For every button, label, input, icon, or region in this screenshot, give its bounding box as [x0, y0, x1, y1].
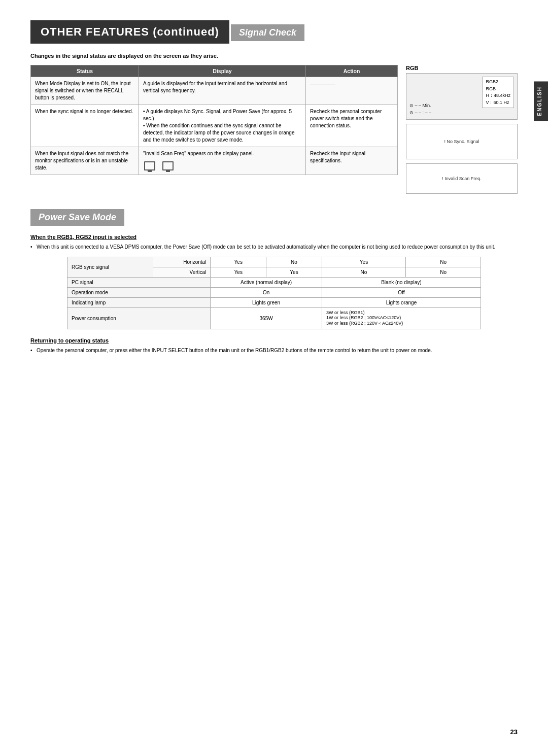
row2-action: Recheck the personal computer power swit… — [306, 105, 398, 147]
row2-status: When the sync signal is no longer detect… — [31, 105, 139, 147]
row3-status: When the input signal does not match the… — [31, 147, 139, 175]
power-save-heading: Power Save Mode — [30, 209, 124, 226]
pc-signal-label: PC signal — [67, 278, 211, 288]
table-row: When the sync signal is no longer detect… — [31, 105, 398, 147]
table-row: Indicating lamp Lights green Lights oran… — [67, 298, 481, 308]
rgb-input-heading: When the RGB1, RGB2 input is selected — [30, 234, 518, 240]
h-col2: No — [266, 257, 322, 267]
table-row: When the input signal does not match the… — [31, 147, 398, 175]
rgb-box-2: ! No Sync. Signal — [406, 124, 518, 159]
power-consumption-label: Power consumption — [67, 308, 211, 329]
vertical-label: Vertical — [153, 267, 211, 278]
power-save-intro: When this unit is connected to a VESA DP… — [30, 243, 518, 251]
indicating-lamp-label: Indicating lamp — [67, 298, 211, 308]
returning-text: Operate the personal computer, or press … — [30, 347, 518, 354]
operation-mode-label: Operation mode — [67, 288, 211, 298]
pc-blank: Blank (no display) — [322, 278, 481, 288]
table-row: PC signal Active (normal display) Blank … — [67, 278, 481, 288]
table-row: RGB sync signal Horizontal Yes No Yes No — [67, 257, 481, 267]
ps-table-wrap: RGB sync signal Horizontal Yes No Yes No… — [30, 257, 518, 329]
rgb-inner-box: RGB2 RGB H：48.4kHz V：60.1 Hz — [482, 77, 514, 108]
signal-table: Status Display Action When Mode Display … — [30, 65, 398, 175]
signal-check-intro: Changes in the signal status are display… — [30, 53, 518, 59]
v-col3: No — [322, 267, 405, 278]
signal-check-heading: Signal Check — [231, 24, 304, 41]
row3-display-text: "Invalid Scan Freq" appears on the displ… — [143, 151, 254, 156]
col-header-display: Display — [139, 65, 305, 77]
v-col2: Yes — [266, 267, 322, 278]
col-header-status: Status — [31, 65, 139, 77]
row2-display: • A guide displays No Sync. Signal, and … — [139, 105, 305, 147]
rgb-boxes: RGB RGB2 RGB H：48.4kHz V：60.1 Hz ⊙ – – M… — [406, 65, 518, 194]
lamp-green: Lights green — [211, 298, 322, 308]
rgb-box-1: RGB2 RGB H：48.4kHz V：60.1 Hz ⊙ – – Min. … — [406, 73, 518, 120]
v-col4: No — [406, 267, 481, 278]
invalid-scan-text: ! Invalid Scan Freq. — [442, 176, 482, 181]
h-col4: No — [406, 257, 481, 267]
page: ENGLISH OTHER FEATURES (continued) Signa… — [0, 0, 548, 756]
power-365w: 365W — [211, 308, 322, 329]
dash-line — [310, 85, 335, 85]
table-row: Power consumption 365W 3W or less (RGB1)… — [67, 308, 481, 329]
horizontal-label: Horizontal — [153, 257, 211, 267]
monitor-icon-1 — [144, 161, 155, 170]
power-save-section: Power Save Mode When the RGB1, RGB2 inpu… — [30, 209, 518, 354]
row3-action: Recheck the input signal specifications. — [306, 147, 398, 175]
col-header-action: Action — [306, 65, 398, 77]
row3-display: "Invalid Scan Freq" appears on the displ… — [139, 147, 305, 175]
op-on: On — [211, 288, 322, 298]
op-off: Off — [322, 288, 481, 298]
rgb-box-top: RGB2 RGB H：48.4kHz V：60.1 Hz ⊙ – – Min. … — [406, 74, 517, 119]
side-tab: ENGLISH — [534, 81, 548, 121]
table-row: Operation mode On Off — [67, 288, 481, 298]
power-details: 3W or less (RGB1) 1W or less (RGB2 ; 100… — [322, 308, 481, 329]
rgb-label: RGB — [406, 65, 518, 71]
returning-section: Returning to operating status Operate th… — [30, 337, 518, 354]
signal-check-area: Status Display Action When Mode Display … — [30, 65, 518, 194]
h-col1: Yes — [211, 257, 266, 267]
no-sync-text: ! No Sync. Signal — [444, 139, 479, 144]
lamp-orange: Lights orange — [322, 298, 481, 308]
row1-action — [306, 77, 398, 105]
h-col3: Yes — [322, 257, 405, 267]
rgb-sync-label: RGB sync signal — [67, 257, 153, 278]
rgb-indicators: ⊙ – – Min. ⊙ – – : – – — [409, 102, 431, 116]
returning-heading: Returning to operating status — [30, 337, 518, 343]
table-row: When Mode Display is set to ON, the inpu… — [31, 77, 398, 105]
page-number: 23 — [510, 728, 518, 736]
row1-display: A guide is displayed for the input termi… — [139, 77, 305, 105]
monitor-icon-2 — [162, 161, 174, 170]
pc-active: Active (normal display) — [211, 278, 322, 288]
signal-table-wrap: Status Display Action When Mode Display … — [30, 65, 398, 194]
main-heading: OTHER FEATURES (continued) — [30, 20, 229, 44]
row1-status: When Mode Display is set to ON, the inpu… — [31, 77, 139, 105]
v-col1: Yes — [211, 267, 266, 278]
ps-table: RGB sync signal Horizontal Yes No Yes No… — [67, 257, 481, 329]
rgb-box-3: ! Invalid Scan Freq. — [406, 163, 518, 194]
